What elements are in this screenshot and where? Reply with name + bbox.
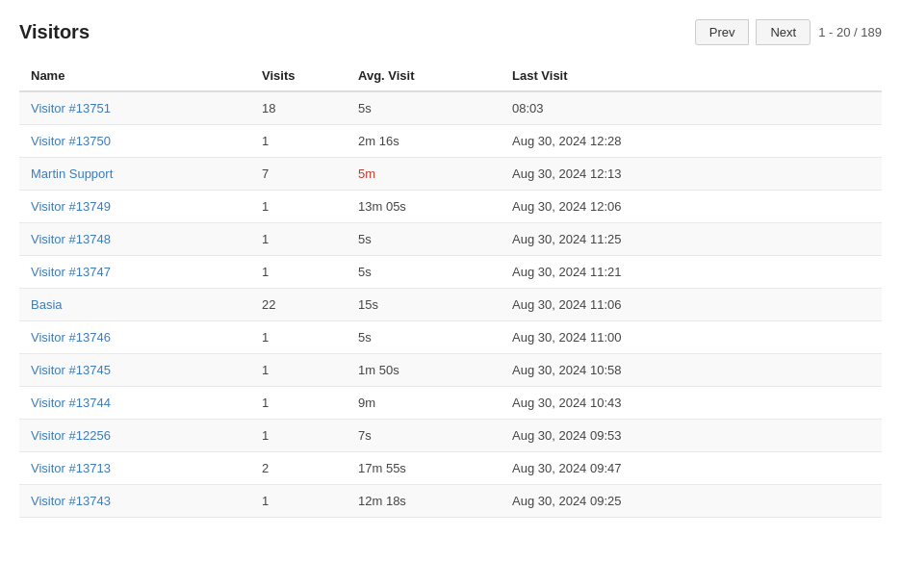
cell-last-visit: 08:03: [501, 91, 882, 125]
cell-avg-visit: 5s: [347, 223, 501, 256]
cell-visits: 1: [250, 256, 347, 289]
pagination-info: 1 - 20 / 189: [818, 25, 882, 39]
col-header-visits: Visits: [250, 61, 347, 91]
cell-avg-visit: 9m: [347, 387, 501, 420]
col-header-last-visit: Last Visit: [501, 61, 882, 91]
visitor-link[interactable]: Visitor #13744: [31, 396, 111, 410]
table-body: Visitor #13751185s08:03Visitor #1375012m…: [19, 91, 882, 518]
cell-last-visit: Aug 30, 2024 09:47: [501, 452, 882, 485]
cell-avg-visit: 5s: [347, 256, 501, 289]
cell-avg-visit: 1m 50s: [347, 354, 501, 387]
table-row: Visitor #1225617sAug 30, 2024 09:53: [19, 420, 882, 452]
table-row: Visitor #1374511m 50sAug 30, 2024 10:58: [19, 354, 882, 387]
cell-visits: 1: [250, 485, 347, 518]
visitor-link[interactable]: Visitor #13713: [31, 461, 111, 475]
cell-last-visit: Aug 30, 2024 09:25: [501, 485, 882, 518]
page-header: Visitors Prev Next 1 - 20 / 189: [19, 19, 882, 45]
table-row: Visitor #1374615sAug 30, 2024 11:00: [19, 321, 882, 354]
table-row: Visitor #13743112m 18sAug 30, 2024 09:25: [19, 485, 882, 518]
cell-last-visit: Aug 30, 2024 12:28: [501, 125, 882, 158]
cell-avg-visit: 15s: [347, 289, 501, 321]
pagination-controls: Prev Next 1 - 20 / 189: [695, 19, 882, 45]
cell-visits: 1: [250, 125, 347, 158]
cell-avg-visit: 2m 16s: [347, 125, 501, 158]
page-title: Visitors: [19, 21, 90, 43]
table-row: Martin Support75mAug 30, 2024 12:13: [19, 158, 882, 191]
cell-last-visit: Aug 30, 2024 09:53: [501, 420, 882, 452]
visitor-link[interactable]: Visitor #13748: [31, 232, 111, 246]
table-header-row: Name Visits Avg. Visit Last Visit: [19, 61, 882, 91]
cell-avg-visit: 13m 05s: [347, 191, 501, 223]
cell-last-visit: Aug 30, 2024 10:58: [501, 354, 882, 387]
visitor-link[interactable]: Visitor #13750: [31, 134, 111, 148]
cell-visits: 1: [250, 387, 347, 420]
cell-last-visit: Aug 30, 2024 11:21: [501, 256, 882, 289]
cell-visits: 1: [250, 191, 347, 223]
next-button[interactable]: Next: [756, 19, 811, 45]
cell-visits: 2: [250, 452, 347, 485]
cell-visits: 1: [250, 420, 347, 452]
cell-visits: 1: [250, 354, 347, 387]
cell-avg-visit: 5m: [347, 158, 501, 191]
cell-visits: 1: [250, 223, 347, 256]
cell-avg-visit: 7s: [347, 420, 501, 452]
cell-visits: 18: [250, 91, 347, 125]
visitor-link[interactable]: Visitor #13745: [31, 363, 111, 377]
visitor-link[interactable]: Visitor #13747: [31, 265, 111, 279]
cell-visits: 1: [250, 321, 347, 354]
cell-last-visit: Aug 30, 2024 10:43: [501, 387, 882, 420]
prev-button[interactable]: Prev: [695, 19, 750, 45]
table-row: Visitor #1374815sAug 30, 2024 11:25: [19, 223, 882, 256]
cell-last-visit: Aug 30, 2024 12:13: [501, 158, 882, 191]
table-header: Name Visits Avg. Visit Last Visit: [19, 61, 882, 91]
visitor-link[interactable]: Basia: [31, 297, 63, 312]
visitor-link[interactable]: Visitor #13743: [31, 494, 111, 508]
table-row: Visitor #1375012m 16sAug 30, 2024 12:28: [19, 125, 882, 158]
cell-visits: 7: [250, 158, 347, 191]
visitors-table: Name Visits Avg. Visit Last Visit Visito…: [19, 61, 882, 518]
visitor-link[interactable]: Visitor #13749: [31, 199, 111, 214]
table-row: Visitor #1374715sAug 30, 2024 11:21: [19, 256, 882, 289]
cell-avg-visit: 17m 55s: [347, 452, 501, 485]
visitor-link[interactable]: Visitor #13746: [31, 330, 111, 345]
visitor-link[interactable]: Martin Support: [31, 166, 113, 181]
col-header-name: Name: [19, 61, 250, 91]
cell-avg-visit: 5s: [347, 91, 501, 125]
cell-visits: 22: [250, 289, 347, 321]
table-row: Visitor #1374419mAug 30, 2024 10:43: [19, 387, 882, 420]
table-row: Visitor #13751185s08:03: [19, 91, 882, 125]
visitor-link[interactable]: Visitor #12256: [31, 428, 111, 443]
cell-last-visit: Aug 30, 2024 12:06: [501, 191, 882, 223]
table-row: Visitor #13713217m 55sAug 30, 2024 09:47: [19, 452, 882, 485]
table-row: Basia2215sAug 30, 2024 11:06: [19, 289, 882, 321]
table-row: Visitor #13749113m 05sAug 30, 2024 12:06: [19, 191, 882, 223]
cell-last-visit: Aug 30, 2024 11:25: [501, 223, 882, 256]
cell-avg-visit: 12m 18s: [347, 485, 501, 518]
cell-last-visit: Aug 30, 2024 11:00: [501, 321, 882, 354]
col-header-avg-visit: Avg. Visit: [347, 61, 501, 91]
cell-avg-visit: 5s: [347, 321, 501, 354]
visitor-link[interactable]: Visitor #13751: [31, 101, 111, 115]
cell-last-visit: Aug 30, 2024 11:06: [501, 289, 882, 321]
